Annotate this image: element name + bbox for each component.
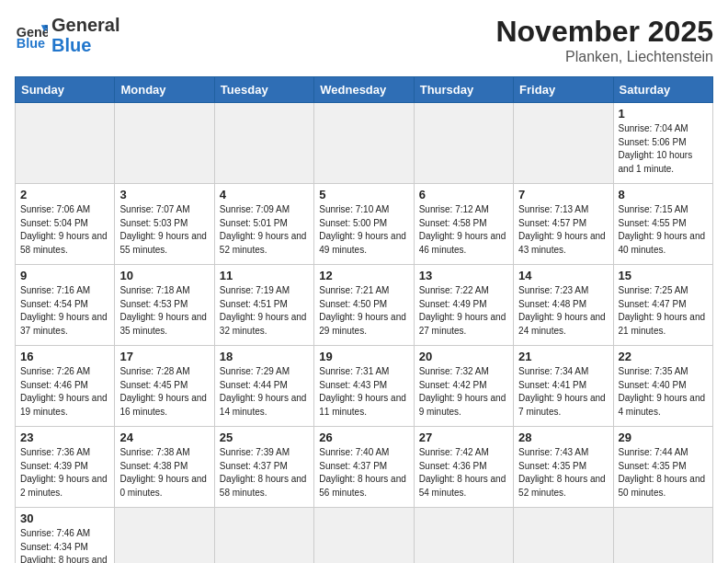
day-info: Sunrise: 7:25 AM Sunset: 4:47 PM Dayligh… <box>619 284 708 338</box>
calendar-week-3: 9Sunrise: 7:16 AM Sunset: 4:54 PM Daylig… <box>16 265 713 346</box>
logo-blue: Blue <box>51 35 119 55</box>
day-info: Sunrise: 7:13 AM Sunset: 4:57 PM Dayligh… <box>518 203 608 257</box>
calendar-week-4: 16Sunrise: 7:26 AM Sunset: 4:46 PM Dayli… <box>16 346 713 427</box>
day-number: 30 <box>20 511 109 525</box>
page-header: General Blue General Blue November 2025 … <box>15 15 713 65</box>
day-info: Sunrise: 7:40 AM Sunset: 4:37 PM Dayligh… <box>319 446 408 500</box>
day-number: 26 <box>319 431 408 444</box>
calendar-cell: 2Sunrise: 7:06 AM Sunset: 5:04 PM Daylig… <box>16 184 115 265</box>
calendar-table: SundayMondayTuesdayWednesdayThursdayFrid… <box>15 76 713 563</box>
day-info: Sunrise: 7:39 AM Sunset: 4:37 PM Dayligh… <box>220 446 309 500</box>
calendar-cell: 8Sunrise: 7:15 AM Sunset: 4:55 PM Daylig… <box>613 184 712 265</box>
day-number: 23 <box>20 431 109 444</box>
day-number: 18 <box>220 350 309 363</box>
calendar-cell <box>214 103 313 184</box>
day-number: 16 <box>20 350 109 363</box>
calendar-cell: 17Sunrise: 7:28 AM Sunset: 4:45 PM Dayli… <box>115 346 214 427</box>
calendar-cell: 19Sunrise: 7:31 AM Sunset: 4:43 PM Dayli… <box>314 346 414 427</box>
day-info: Sunrise: 7:23 AM Sunset: 4:48 PM Dayligh… <box>518 284 608 338</box>
calendar-cell: 22Sunrise: 7:35 AM Sunset: 4:40 PM Dayli… <box>613 346 712 427</box>
day-number: 7 <box>518 188 608 201</box>
day-number: 6 <box>419 188 508 201</box>
calendar-week-6: 30Sunrise: 7:46 AM Sunset: 4:34 PM Dayli… <box>16 508 713 564</box>
day-number: 17 <box>119 350 209 363</box>
calendar-cell <box>16 103 115 184</box>
calendar-cell: 6Sunrise: 7:12 AM Sunset: 4:58 PM Daylig… <box>414 184 513 265</box>
logo: General Blue General Blue <box>15 15 119 55</box>
calendar-cell: 20Sunrise: 7:32 AM Sunset: 4:42 PM Dayli… <box>414 346 513 427</box>
calendar-cell <box>514 103 613 184</box>
day-number: 5 <box>319 188 408 201</box>
logo-icon: General Blue <box>15 18 48 52</box>
location-title: Planken, Liechtenstein <box>495 49 713 65</box>
calendar-cell <box>115 103 214 184</box>
calendar-cell <box>214 508 313 564</box>
day-number: 4 <box>220 188 309 201</box>
calendar-cell: 9Sunrise: 7:16 AM Sunset: 4:54 PM Daylig… <box>16 265 115 346</box>
calendar-cell: 7Sunrise: 7:13 AM Sunset: 4:57 PM Daylig… <box>514 184 613 265</box>
calendar-cell: 1Sunrise: 7:04 AM Sunset: 5:06 PM Daylig… <box>613 103 712 184</box>
day-info: Sunrise: 7:04 AM Sunset: 5:06 PM Dayligh… <box>619 122 708 176</box>
day-number: 19 <box>319 350 408 363</box>
calendar-cell: 10Sunrise: 7:18 AM Sunset: 4:53 PM Dayli… <box>115 265 214 346</box>
weekday-header-monday: Monday <box>115 77 214 103</box>
day-info: Sunrise: 7:42 AM Sunset: 4:36 PM Dayligh… <box>419 446 508 500</box>
calendar-cell: 14Sunrise: 7:23 AM Sunset: 4:48 PM Dayli… <box>514 265 613 346</box>
calendar-cell <box>314 103 414 184</box>
calendar-cell: 27Sunrise: 7:42 AM Sunset: 4:36 PM Dayli… <box>414 427 513 508</box>
day-number: 24 <box>119 431 209 444</box>
day-info: Sunrise: 7:18 AM Sunset: 4:53 PM Dayligh… <box>119 284 209 338</box>
day-info: Sunrise: 7:15 AM Sunset: 4:55 PM Dayligh… <box>619 203 708 257</box>
day-number: 1 <box>619 107 708 121</box>
weekday-header-thursday: Thursday <box>414 77 513 103</box>
calendar-cell: 23Sunrise: 7:36 AM Sunset: 4:39 PM Dayli… <box>16 427 115 508</box>
calendar-cell: 30Sunrise: 7:46 AM Sunset: 4:34 PM Dayli… <box>16 508 115 564</box>
calendar-cell: 3Sunrise: 7:07 AM Sunset: 5:03 PM Daylig… <box>115 184 214 265</box>
day-number: 9 <box>20 269 109 282</box>
day-info: Sunrise: 7:43 AM Sunset: 4:35 PM Dayligh… <box>518 446 608 500</box>
calendar-cell <box>613 508 712 564</box>
weekday-header-friday: Friday <box>514 77 613 103</box>
day-info: Sunrise: 7:34 AM Sunset: 4:41 PM Dayligh… <box>518 365 608 419</box>
calendar-cell: 4Sunrise: 7:09 AM Sunset: 5:01 PM Daylig… <box>214 184 313 265</box>
day-number: 3 <box>119 188 209 201</box>
calendar-cell: 11Sunrise: 7:19 AM Sunset: 4:51 PM Dayli… <box>214 265 313 346</box>
day-number: 10 <box>119 269 209 282</box>
day-info: Sunrise: 7:28 AM Sunset: 4:45 PM Dayligh… <box>119 365 209 419</box>
calendar-cell: 15Sunrise: 7:25 AM Sunset: 4:47 PM Dayli… <box>613 265 712 346</box>
calendar-cell: 29Sunrise: 7:44 AM Sunset: 4:35 PM Dayli… <box>613 427 712 508</box>
weekday-header-saturday: Saturday <box>613 77 712 103</box>
day-info: Sunrise: 7:06 AM Sunset: 5:04 PM Dayligh… <box>20 203 109 257</box>
calendar-week-2: 2Sunrise: 7:06 AM Sunset: 5:04 PM Daylig… <box>16 184 713 265</box>
calendar-cell: 13Sunrise: 7:22 AM Sunset: 4:49 PM Dayli… <box>414 265 513 346</box>
calendar-cell: 25Sunrise: 7:39 AM Sunset: 4:37 PM Dayli… <box>214 427 313 508</box>
day-info: Sunrise: 7:22 AM Sunset: 4:49 PM Dayligh… <box>419 284 508 338</box>
day-info: Sunrise: 7:32 AM Sunset: 4:42 PM Dayligh… <box>419 365 508 419</box>
calendar-cell: 28Sunrise: 7:43 AM Sunset: 4:35 PM Dayli… <box>514 427 613 508</box>
weekday-header-tuesday: Tuesday <box>214 77 313 103</box>
weekday-header-sunday: Sunday <box>16 77 115 103</box>
month-title: November 2025 <box>495 15 713 49</box>
day-number: 25 <box>220 431 309 444</box>
day-info: Sunrise: 7:09 AM Sunset: 5:01 PM Dayligh… <box>220 203 309 257</box>
day-number: 21 <box>518 350 608 363</box>
day-info: Sunrise: 7:29 AM Sunset: 4:44 PM Dayligh… <box>220 365 309 419</box>
weekday-header-wednesday: Wednesday <box>314 77 414 103</box>
calendar-week-1: 1Sunrise: 7:04 AM Sunset: 5:06 PM Daylig… <box>16 103 713 184</box>
day-info: Sunrise: 7:16 AM Sunset: 4:54 PM Dayligh… <box>20 284 109 338</box>
calendar-cell: 21Sunrise: 7:34 AM Sunset: 4:41 PM Dayli… <box>514 346 613 427</box>
title-area: November 2025 Planken, Liechtenstein <box>495 15 713 65</box>
day-number: 27 <box>419 431 508 444</box>
day-info: Sunrise: 7:10 AM Sunset: 5:00 PM Dayligh… <box>319 203 408 257</box>
day-info: Sunrise: 7:35 AM Sunset: 4:40 PM Dayligh… <box>619 365 708 419</box>
day-number: 14 <box>518 269 608 282</box>
calendar-cell <box>115 508 214 564</box>
day-number: 20 <box>419 350 508 363</box>
day-number: 28 <box>518 431 608 444</box>
calendar-cell: 5Sunrise: 7:10 AM Sunset: 5:00 PM Daylig… <box>314 184 414 265</box>
calendar-cell: 24Sunrise: 7:38 AM Sunset: 4:38 PM Dayli… <box>115 427 214 508</box>
calendar-cell <box>414 508 513 564</box>
day-info: Sunrise: 7:46 AM Sunset: 4:34 PM Dayligh… <box>20 527 109 563</box>
calendar-week-5: 23Sunrise: 7:36 AM Sunset: 4:39 PM Dayli… <box>16 427 713 508</box>
day-info: Sunrise: 7:07 AM Sunset: 5:03 PM Dayligh… <box>119 203 209 257</box>
